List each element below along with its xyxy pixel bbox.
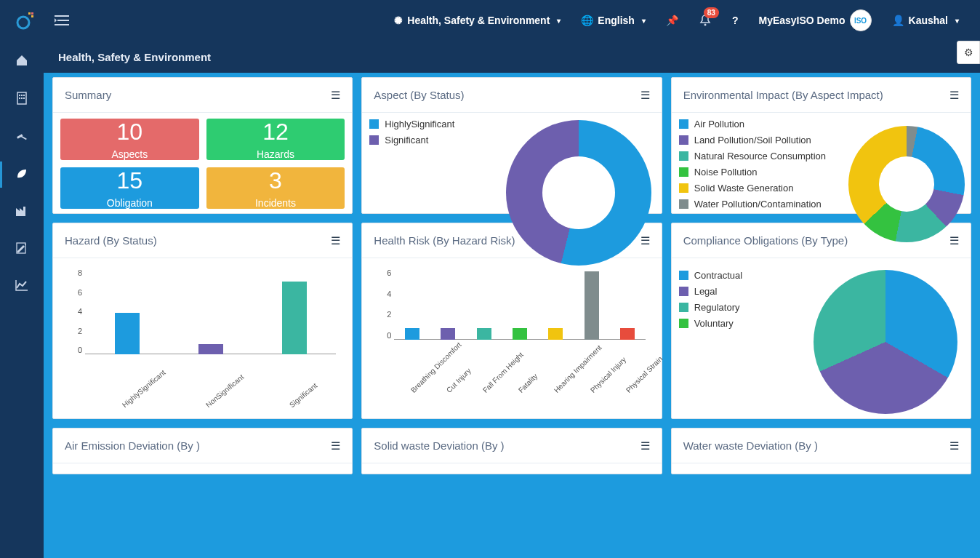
brand-avatar: ISO <box>850 9 872 31</box>
panel-title: Air Emission Deviation (By ) <box>65 439 200 452</box>
module-switcher[interactable]: ✺ Health, Safety & Environment <box>384 0 571 41</box>
sidebar-toggle[interactable] <box>40 0 84 41</box>
user-icon: 👤 <box>892 15 904 26</box>
panel-env-impact: Environmental Impact (By Aspect Impact) … <box>671 77 971 214</box>
panel-title: Compliance Obligations (By Type) <box>683 234 848 247</box>
panel-title: Solid waste Deviation (By ) <box>374 439 504 452</box>
svg-point-8 <box>704 24 706 26</box>
bar <box>282 282 307 354</box>
panel-menu-button[interactable]: ☰ <box>640 89 650 102</box>
svg-rect-12 <box>23 95 25 96</box>
legend-item: Regulatory <box>679 302 742 313</box>
svg-point-0 <box>17 17 29 28</box>
panel-summary: Summary ☰ 10Aspects12Hazards15Obligation… <box>52 77 353 214</box>
nav-industry[interactable] <box>15 205 28 217</box>
panel-title: Water waste Deviation (By ) <box>683 439 818 452</box>
legend-item: Land Pollution/Soil Pollution <box>679 135 826 146</box>
svg-rect-2 <box>31 12 33 15</box>
legend-swatch <box>679 271 688 280</box>
nav-leaf[interactable] <box>15 167 28 180</box>
bar <box>513 328 527 340</box>
legend-swatch <box>369 119 379 129</box>
legend-item: Water Pollution/Contamination <box>679 199 826 210</box>
panel-menu-button[interactable]: ☰ <box>331 439 340 453</box>
language-switcher[interactable]: 🌐 English <box>571 0 656 41</box>
svg-rect-13 <box>19 97 20 99</box>
gear-burst-icon: ✺ <box>394 15 403 26</box>
app-logo <box>11 6 40 35</box>
summary-tile[interactable]: 10Aspects <box>60 119 199 160</box>
bar <box>477 328 491 340</box>
bar <box>115 313 140 354</box>
legend-item: Natural Resource Consumption <box>679 151 826 162</box>
demo-label[interactable]: MyEasyISO Demo ISO <box>748 0 881 41</box>
panel-solid-waste: Solid waste Deviation (By ) ☰ <box>361 428 662 474</box>
globe-icon: 🌐 <box>581 15 593 26</box>
notifications-button[interactable]: 83 <box>688 0 722 41</box>
dashboard-content: Summary ☰ 10Aspects12Hazards15Obligation… <box>44 73 980 558</box>
svg-rect-17 <box>20 135 27 140</box>
panel-menu-button[interactable]: ☰ <box>331 234 340 247</box>
notif-badge: 83 <box>704 7 719 18</box>
panel-air-emission: Air Emission Deviation (By ) ☰ <box>52 428 353 474</box>
panel-menu-button[interactable]: ☰ <box>640 439 650 453</box>
page-title: Health, Safety & Environment <box>58 51 211 63</box>
legend-item: Contractual <box>679 270 742 281</box>
svg-rect-3 <box>31 15 33 17</box>
nav-gavel[interactable] <box>15 129 28 143</box>
bar <box>405 328 419 340</box>
summary-tile[interactable]: 15Obligation <box>60 167 199 209</box>
svg-rect-4 <box>55 15 69 17</box>
breadcrumb: Health, Safety & Environment <box>44 41 980 73</box>
legend-item: Solid Waste Generation <box>679 183 826 194</box>
legend-swatch <box>679 167 688 177</box>
panel-title: Aspect (By Status) <box>374 89 464 101</box>
summary-tile[interactable]: 12Hazards <box>206 119 345 160</box>
legend-item: Legal <box>679 286 742 297</box>
panel-title: Health Risk (By Hazard Risk) <box>374 234 515 247</box>
svg-rect-15 <box>23 97 25 99</box>
summary-tile[interactable]: 3Incidents <box>206 167 345 209</box>
legend-swatch <box>679 135 688 145</box>
svg-rect-1 <box>28 12 31 15</box>
legend-swatch <box>679 303 688 312</box>
sidebar <box>0 41 44 558</box>
legend-swatch <box>679 287 688 296</box>
bar <box>620 328 635 340</box>
gear-icon: ⚙ <box>964 47 973 58</box>
panel-compliance: Compliance Obligations (By Type) ☰ Contr… <box>671 223 971 419</box>
panel-title: Hazard (By Status) <box>65 234 157 247</box>
pin-button[interactable]: 📌 <box>656 0 688 41</box>
bar <box>441 328 455 340</box>
panel-menu-button[interactable]: ☰ <box>331 89 340 102</box>
bar <box>548 328 563 340</box>
svg-rect-5 <box>57 20 69 21</box>
nav-home[interactable] <box>15 54 28 67</box>
legend-swatch <box>679 319 688 328</box>
panel-title: Summary <box>65 89 111 101</box>
bar <box>198 344 223 354</box>
legend-item: HighlySignificant <box>369 119 454 129</box>
panel-hazard-status: Hazard (By Status) ☰ 02468 HighlySignifi… <box>52 223 353 419</box>
legend-swatch <box>369 135 379 145</box>
svg-rect-14 <box>21 97 23 99</box>
help-button[interactable]: ? <box>722 0 749 41</box>
page-settings-button[interactable]: ⚙ <box>957 41 980 64</box>
nav-building[interactable] <box>16 92 28 105</box>
bar <box>585 271 599 340</box>
user-menu[interactable]: 👤 Kaushal <box>882 0 969 41</box>
svg-rect-11 <box>21 95 23 96</box>
legend-item: Air Pollution <box>679 119 826 129</box>
svg-rect-6 <box>55 24 69 25</box>
legend-swatch <box>679 151 688 161</box>
svg-rect-10 <box>19 95 20 96</box>
legend-item: Significant <box>369 135 454 146</box>
nav-chart[interactable] <box>15 279 28 291</box>
nav-edit[interactable] <box>15 242 28 255</box>
panel-aspect-status: Aspect (By Status) ☰ HighlySignificantSi… <box>361 77 662 214</box>
panel-menu-button[interactable]: ☰ <box>949 439 959 453</box>
pin-icon: 📌 <box>666 15 678 26</box>
panel-menu-button[interactable]: ☰ <box>949 89 959 102</box>
legend-swatch <box>679 199 688 209</box>
legend-swatch <box>679 119 688 129</box>
